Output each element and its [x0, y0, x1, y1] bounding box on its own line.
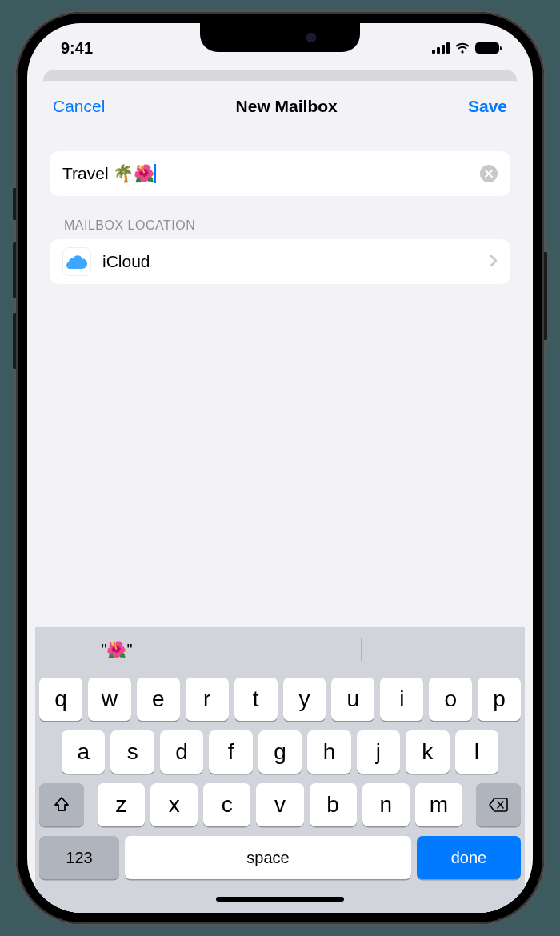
section-header: MAILBOX LOCATION: [64, 218, 510, 233]
key-p[interactable]: p: [478, 678, 521, 721]
suggestion-bar: "🌺": [35, 627, 525, 672]
numbers-key[interactable]: 123: [39, 836, 119, 879]
key-d[interactable]: d: [160, 730, 203, 774]
suggestion-2[interactable]: [198, 627, 362, 672]
page-title: New Mailbox: [236, 97, 338, 116]
key-g[interactable]: g: [258, 730, 302, 774]
suggestion-1[interactable]: "🌺": [35, 627, 198, 672]
key-l[interactable]: l: [455, 730, 498, 774]
key-z[interactable]: z: [98, 783, 145, 826]
key-i[interactable]: i: [380, 678, 423, 721]
key-r[interactable]: r: [186, 678, 229, 721]
device-frame: 9:41 Cancel New Mailbox Save Travel 🌴🌺: [16, 12, 544, 924]
key-k[interactable]: k: [406, 730, 449, 774]
key-a[interactable]: a: [62, 730, 105, 774]
home-indicator[interactable]: [216, 897, 344, 902]
key-j[interactable]: j: [357, 730, 400, 774]
space-key[interactable]: space: [125, 836, 411, 879]
wifi-icon: [454, 42, 470, 54]
shift-icon: [53, 796, 70, 814]
return-key[interactable]: done: [417, 836, 521, 879]
key-m[interactable]: m: [415, 783, 462, 826]
key-o[interactable]: o: [429, 678, 472, 721]
nav-bar: Cancel New Mailbox Save: [35, 81, 525, 132]
mailbox-name-input[interactable]: Travel 🌴🌺: [62, 164, 154, 183]
key-h[interactable]: h: [307, 730, 350, 774]
notch: [200, 23, 360, 52]
key-x[interactable]: x: [150, 783, 198, 826]
status-time: 9:41: [61, 39, 93, 58]
cancel-button[interactable]: Cancel: [53, 97, 105, 116]
key-t[interactable]: t: [234, 678, 278, 721]
key-row-1: q w e r t y u i o p: [39, 678, 521, 721]
key-u[interactable]: u: [331, 678, 374, 721]
mailbox-name-field[interactable]: Travel 🌴🌺: [50, 151, 510, 196]
key-e[interactable]: e: [137, 678, 180, 721]
clear-text-button[interactable]: [480, 165, 498, 182]
keyboard: q w e r t y u i o p a s d: [35, 672, 525, 913]
key-f[interactable]: f: [209, 730, 252, 774]
icloud-icon: [62, 247, 91, 276]
location-label: iCloud: [102, 252, 478, 271]
backspace-key[interactable]: [476, 783, 521, 826]
suggestion-3[interactable]: [362, 627, 525, 672]
key-row-3: z x c v b n m: [39, 783, 521, 826]
key-q[interactable]: q: [39, 678, 82, 721]
shift-key[interactable]: [39, 783, 84, 826]
modal-sheet: Cancel New Mailbox Save Travel 🌴🌺 MAILBO…: [35, 81, 525, 913]
key-row-4: 123 space done: [39, 836, 521, 879]
key-v[interactable]: v: [256, 783, 303, 826]
key-n[interactable]: n: [362, 783, 410, 826]
text-cursor: [154, 164, 156, 183]
keyboard-area: "🌺" q w e r t y u i o p: [35, 627, 525, 913]
key-c[interactable]: c: [203, 783, 250, 826]
battery-icon: [475, 42, 499, 54]
key-y[interactable]: y: [283, 678, 326, 721]
backspace-icon: [488, 797, 509, 813]
screen: 9:41 Cancel New Mailbox Save Travel 🌴🌺: [27, 23, 533, 913]
key-w[interactable]: w: [88, 678, 131, 721]
mailbox-location-row[interactable]: iCloud: [50, 239, 510, 284]
key-row-2: a s d f g h j k l: [39, 730, 521, 774]
chevron-right-icon: [490, 251, 498, 272]
save-button[interactable]: Save: [468, 97, 507, 116]
x-icon: [485, 170, 493, 178]
cellular-icon: [432, 42, 450, 54]
key-s[interactable]: s: [110, 730, 154, 774]
key-b[interactable]: b: [310, 783, 357, 826]
